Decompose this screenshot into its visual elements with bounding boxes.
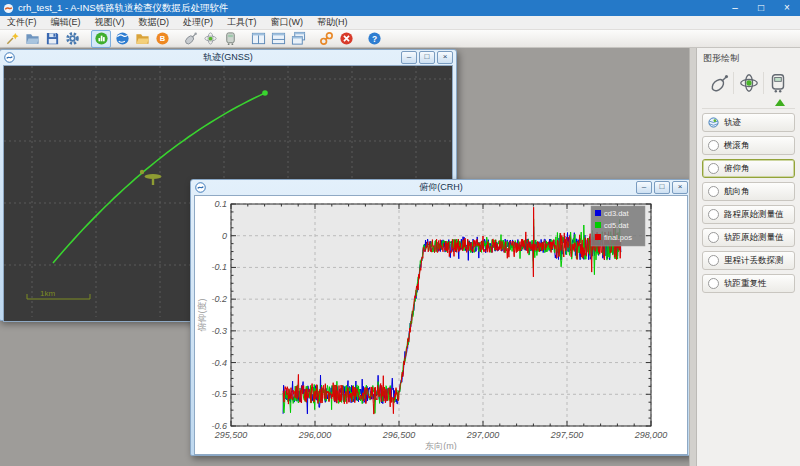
close-red-icon[interactable] — [337, 31, 355, 47]
open-folder-icon[interactable] — [23, 31, 41, 47]
window-title: crh_test_1 - A-INS铁路轨道检查仪数据后处理软件 — [18, 2, 229, 15]
y-tick-label: -0.4 — [211, 358, 227, 368]
legend-entry-2: final.pos — [604, 233, 632, 242]
gnss-window-icon — [4, 52, 15, 63]
x-tick-label: 295,500 — [214, 430, 248, 440]
google-earth-icon[interactable] — [113, 31, 131, 47]
legend: cd3.datcd5.datfinal.pos — [591, 206, 645, 246]
train-icon[interactable] — [221, 31, 239, 47]
mdi-area: 轨迹(GNSS) – □ × 1km 俯仰(CRH) – □ × — [0, 48, 800, 466]
x-tick-label: 296,000 — [298, 430, 332, 440]
badge-b-icon[interactable]: B — [153, 31, 171, 47]
mode-gyroscope-button[interactable] — [736, 70, 762, 96]
plot-type-label: 轨距重复性 — [724, 278, 767, 290]
x-tick-label: 297,500 — [550, 430, 584, 440]
maximize-button[interactable]: □ — [748, 0, 774, 16]
tile-vertical-icon[interactable] — [249, 31, 267, 47]
pitch-window: 俯仰(CRH) – □ × 295,500296,000296,500297,0… — [190, 179, 692, 456]
pitch-maximize-button[interactable]: □ — [654, 181, 670, 194]
plot-type-radio-2[interactable] — [708, 163, 719, 174]
plot-type-label: 俯仰角 — [724, 163, 750, 175]
y-tick-label: 0.1 — [214, 199, 227, 209]
plot-type-radio-7[interactable] — [708, 278, 719, 289]
trajectory-globe-icon — [708, 117, 719, 128]
gnss-maximize-button[interactable]: □ — [419, 51, 435, 64]
legend-entry-1: cd5.dat — [604, 221, 630, 230]
magic-wand-icon[interactable] — [3, 31, 21, 47]
tile-horizontal-icon[interactable] — [269, 31, 287, 47]
gnss-minimize-button[interactable]: – — [401, 51, 417, 64]
settings-gear-icon[interactable] — [63, 31, 81, 47]
menu-item-1[interactable]: 编辑(E) — [44, 16, 88, 29]
satellite-dish-icon[interactable] — [181, 31, 199, 47]
gyroscope-icon[interactable] — [201, 31, 219, 47]
plot-type-item-4[interactable]: 路程原始测量值 — [702, 205, 795, 224]
menu-item-6[interactable]: 窗口(W) — [264, 16, 311, 29]
y-tick-label: -0.1 — [211, 262, 227, 272]
mode-separator — [763, 72, 764, 94]
y-tick-label: -0.3 — [211, 326, 227, 336]
mode-row — [702, 69, 795, 109]
pitch-chart: 295,500296,000296,500297,000297,500298,0… — [195, 196, 688, 450]
save-icon[interactable] — [43, 31, 61, 47]
menu-item-3[interactable]: 数据(D) — [132, 16, 177, 29]
y-tick-label: 0 — [222, 231, 227, 241]
plot-type-radio-1[interactable] — [708, 140, 719, 151]
plot-type-label: 航向角 — [724, 186, 750, 198]
plot-type-radio-5[interactable] — [708, 232, 719, 243]
plot-type-item-1[interactable]: 横滚角 — [702, 136, 795, 155]
menu-item-7[interactable]: 帮助(H) — [310, 16, 355, 29]
minimize-button[interactable]: – — [722, 0, 748, 16]
x-axis-label: 东向(m) — [424, 441, 457, 450]
pitch-close-button[interactable]: × — [672, 181, 688, 194]
plot-type-item-5[interactable]: 轨距原始测量值 — [702, 228, 795, 247]
menu-item-0[interactable]: 文件(F) — [0, 16, 44, 29]
toolbar: B ? — [0, 30, 800, 48]
plot-type-item-2[interactable]: 俯仰角 — [702, 159, 795, 178]
pitch-minimize-button[interactable]: – — [636, 181, 652, 194]
plot-type-radio-4[interactable] — [708, 209, 719, 220]
mode-satellite-dish-button[interactable] — [706, 70, 732, 96]
plot-type-label: 轨距原始测量值 — [724, 232, 784, 244]
plot-type-item-7[interactable]: 轨距重复性 — [702, 274, 795, 293]
gnss-window-title: 轨迹(GNSS) — [3, 51, 453, 64]
plot-type-item-3[interactable]: 航向角 — [702, 182, 795, 201]
folder-icon[interactable] — [133, 31, 151, 47]
app-icon — [3, 3, 14, 14]
app-titlebar[interactable]: crh_test_1 - A-INS铁路轨道检查仪数据后处理软件 – □ × — [0, 0, 800, 16]
plot-type-item-0[interactable]: 轨迹 — [702, 113, 795, 132]
pitch-plot-area[interactable]: 295,500296,000296,500297,000297,500298,0… — [194, 195, 688, 455]
cascade-windows-icon[interactable] — [289, 31, 307, 47]
x-tick-label: 297,000 — [466, 430, 500, 440]
link-icon[interactable] — [317, 31, 335, 47]
gnss-titlebar[interactable]: 轨迹(GNSS) – □ × — [3, 50, 453, 65]
plot-type-radio-6[interactable] — [708, 255, 719, 266]
help-icon[interactable]: ? — [365, 31, 383, 47]
plot-chart-icon[interactable] — [91, 30, 111, 48]
menu-item-4[interactable]: 处理(P) — [176, 16, 220, 29]
svg-text:B: B — [159, 34, 165, 43]
panel-splitter[interactable] — [689, 48, 696, 466]
mode-separator — [733, 72, 734, 94]
plot-type-label: 轨迹 — [724, 117, 741, 129]
x-tick-label: 298,000 — [634, 430, 668, 440]
gnss-close-button[interactable]: × — [437, 51, 453, 64]
plot-type-label: 路程原始测量值 — [724, 209, 784, 221]
svg-text:?: ? — [371, 34, 376, 44]
y-axis-label: 俯仰(度) — [197, 299, 207, 332]
scale-bar-label: 1km — [40, 289, 55, 298]
menu-item-2[interactable]: 视图(V) — [88, 16, 132, 29]
mode-train-button[interactable] — [765, 70, 791, 96]
plot-type-radio-3[interactable] — [708, 186, 719, 197]
active-mode-indicator — [775, 99, 785, 106]
menu-item-5[interactable]: 工具(T) — [220, 16, 264, 29]
plot-panel: 图形绘制 轨迹横滚角俯仰角航向角路程原始测量值轨距原始测量值里程计丢数探测轨距重… — [696, 48, 800, 466]
legend-entry-0: cd3.dat — [604, 209, 630, 218]
y-tick-label: -0.2 — [211, 294, 227, 304]
y-tick-label: -0.6 — [211, 421, 227, 431]
close-button[interactable]: × — [774, 0, 800, 16]
plot-type-list: 轨迹横滚角俯仰角航向角路程原始测量值轨距原始测量值里程计丢数探测轨距重复性 — [702, 113, 795, 293]
pitch-titlebar[interactable]: 俯仰(CRH) – □ × — [194, 180, 688, 195]
menubar: 文件(F)编辑(E)视图(V)数据(D)处理(P)工具(T)窗口(W)帮助(H) — [0, 16, 800, 30]
plot-type-item-6[interactable]: 里程计丢数探测 — [702, 251, 795, 270]
